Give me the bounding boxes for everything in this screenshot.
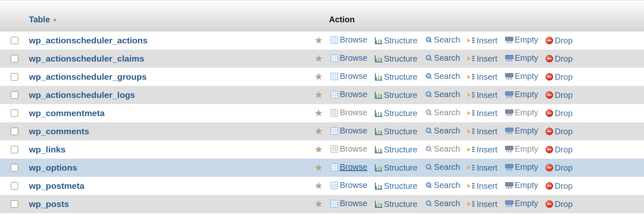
action-structure[interactable]: Structure xyxy=(375,54,425,64)
table-name-link[interactable]: wp_actionscheduler_groups xyxy=(29,72,147,82)
action-drop[interactable]: Drop xyxy=(546,109,580,118)
table-name-link[interactable]: wp_postmeta xyxy=(29,181,84,191)
favorite-star-icon[interactable]: ★ xyxy=(315,35,323,46)
favorite-star-icon[interactable]: ★ xyxy=(315,162,323,173)
action-insert[interactable]: Insert xyxy=(467,127,505,136)
action-empty[interactable]: Empty xyxy=(505,144,546,154)
table-name-link[interactable]: wp_actionscheduler_logs xyxy=(29,90,135,100)
action-empty-label: Empty xyxy=(515,90,538,99)
row-checkbox[interactable] xyxy=(11,146,18,153)
action-drop[interactable]: Drop xyxy=(546,36,580,45)
action-structure[interactable]: Structure xyxy=(375,72,425,82)
table-name-link[interactable]: wp_posts xyxy=(29,199,69,209)
action-drop[interactable]: Drop xyxy=(546,127,580,136)
table-name-link[interactable]: wp_actionscheduler_claims xyxy=(29,54,144,64)
table-name-link[interactable]: wp_actionscheduler_actions xyxy=(29,36,148,45)
action-search[interactable]: Search xyxy=(425,162,467,172)
action-search[interactable]: Search xyxy=(425,199,467,208)
action-search[interactable]: Search xyxy=(425,108,467,117)
action-browse[interactable]: Browse xyxy=(331,199,375,208)
row-checkbox[interactable] xyxy=(11,200,18,208)
action-browse[interactable]: Browse xyxy=(331,108,375,117)
action-empty[interactable]: Empty xyxy=(505,53,546,63)
row-checkbox[interactable] xyxy=(11,109,18,117)
action-structure[interactable]: Structure xyxy=(375,90,425,100)
action-drop[interactable]: Drop xyxy=(546,145,580,155)
action-drop[interactable]: Drop xyxy=(546,181,580,191)
row-checkbox[interactable] xyxy=(11,73,18,81)
action-browse[interactable]: Browse xyxy=(331,144,375,154)
action-insert[interactable]: Insert xyxy=(467,163,505,173)
favorite-star-icon[interactable]: ★ xyxy=(315,199,323,209)
action-empty[interactable]: Empty xyxy=(505,90,546,99)
action-browse[interactable]: Browse xyxy=(331,90,375,99)
action-empty[interactable]: Empty xyxy=(505,162,546,172)
row-checkbox[interactable] xyxy=(11,164,18,171)
action-empty[interactable]: Empty xyxy=(505,126,546,136)
action-browse[interactable]: Browse xyxy=(331,126,375,136)
action-structure[interactable]: Structure xyxy=(375,145,425,155)
action-insert[interactable]: Insert xyxy=(467,90,505,100)
action-browse[interactable]: Browse xyxy=(331,181,375,190)
action-empty[interactable]: Empty xyxy=(505,199,546,208)
row-checkbox[interactable] xyxy=(11,91,18,99)
action-search[interactable]: Search xyxy=(425,90,467,99)
action-structure[interactable]: Structure xyxy=(375,181,425,191)
row-checkbox[interactable] xyxy=(11,37,18,44)
action-insert[interactable]: Insert xyxy=(467,109,505,118)
favorite-star-icon[interactable]: ★ xyxy=(315,144,323,155)
action-search[interactable]: Search xyxy=(425,71,467,81)
action-insert[interactable]: Insert xyxy=(467,200,505,209)
action-insert[interactable]: Insert xyxy=(467,54,505,64)
action-search[interactable]: Search xyxy=(425,53,467,63)
table-row: wp_links★BrowseStructureSearchInsertEmpt… xyxy=(0,140,644,159)
action-structure[interactable]: Structure xyxy=(375,36,425,45)
structure-icon xyxy=(375,200,382,208)
action-search[interactable]: Search xyxy=(425,181,467,190)
favorite-star-icon[interactable]: ★ xyxy=(315,181,323,191)
action-drop[interactable]: Drop xyxy=(546,90,580,100)
table-name-link[interactable]: wp_commentmeta xyxy=(29,108,105,118)
action-structure-label: Structure xyxy=(384,145,417,155)
drop-icon xyxy=(546,37,553,44)
action-drop[interactable]: Drop xyxy=(546,54,580,64)
row-checkbox[interactable] xyxy=(11,128,18,135)
action-search[interactable]: Search xyxy=(425,144,467,154)
table-name-link[interactable]: wp_comments xyxy=(29,126,89,136)
favorite-star-icon[interactable]: ★ xyxy=(315,71,323,82)
row-checkbox[interactable] xyxy=(11,182,18,190)
action-empty-label: Empty xyxy=(515,199,538,208)
action-insert[interactable]: Insert xyxy=(467,36,505,45)
structure-icon xyxy=(375,128,382,135)
table-name-link[interactable]: wp_links xyxy=(29,145,66,155)
action-empty[interactable]: Empty xyxy=(505,35,546,45)
table-name-link[interactable]: wp_options xyxy=(29,163,77,173)
action-browse[interactable]: Browse xyxy=(331,71,375,81)
action-structure[interactable]: Structure xyxy=(375,127,425,136)
favorite-star-icon[interactable]: ★ xyxy=(315,53,323,64)
action-browse[interactable]: Browse xyxy=(331,53,375,63)
header-table-col[interactable]: Table ▲ xyxy=(28,15,307,24)
favorite-star-icon[interactable]: ★ xyxy=(315,90,323,100)
action-empty-label: Empty xyxy=(515,108,538,117)
action-insert[interactable]: Insert xyxy=(467,72,505,82)
action-insert[interactable]: Insert xyxy=(467,181,505,191)
action-structure[interactable]: Structure xyxy=(375,109,425,118)
action-empty[interactable]: Empty xyxy=(505,71,546,81)
action-search[interactable]: Search xyxy=(425,35,467,45)
action-insert[interactable]: Insert xyxy=(467,145,505,155)
action-structure[interactable]: Structure xyxy=(375,163,425,173)
action-drop[interactable]: Drop xyxy=(546,200,580,209)
search-icon xyxy=(425,145,432,153)
action-search[interactable]: Search xyxy=(425,126,467,136)
action-browse[interactable]: Browse xyxy=(331,162,375,172)
favorite-star-icon[interactable]: ★ xyxy=(315,108,323,119)
favorite-star-icon[interactable]: ★ xyxy=(315,126,323,137)
action-empty[interactable]: Empty xyxy=(505,181,546,190)
action-browse[interactable]: Browse xyxy=(331,35,375,45)
action-drop[interactable]: Drop xyxy=(546,72,580,82)
action-drop[interactable]: Drop xyxy=(546,163,580,173)
action-empty[interactable]: Empty xyxy=(505,108,546,117)
action-structure[interactable]: Structure xyxy=(375,200,425,209)
row-checkbox[interactable] xyxy=(11,55,18,62)
